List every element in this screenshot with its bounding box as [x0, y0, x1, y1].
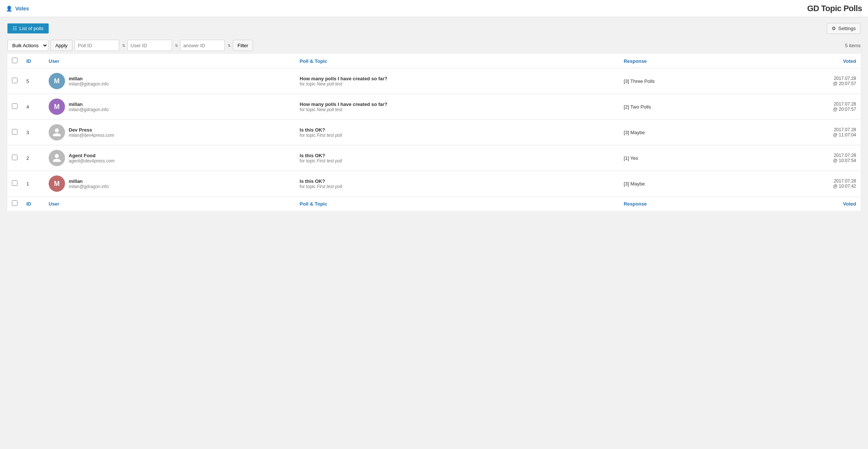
footer-user[interactable]: User [44, 197, 295, 211]
avatar: M [49, 175, 65, 192]
table-row: 4 M millan milan@gdragon.info How many p… [7, 94, 861, 120]
poll-question: How many polls I have created so far? [300, 76, 615, 81]
cell-voted: 2017.07.28@ 20:07:57 [753, 68, 861, 94]
cell-response: [3] Maybe [619, 120, 753, 145]
footer-voted[interactable]: Voted [753, 197, 861, 211]
cell-poll-topic: Is this OK? for topic First test poll [295, 145, 619, 171]
row-checkbox[interactable] [12, 180, 17, 186]
row-checkbox[interactable] [12, 129, 17, 135]
header-id[interactable]: ID [22, 54, 44, 68]
footer-checkbox-cell [7, 197, 22, 211]
user-email: milan@gdragon.info [69, 107, 109, 112]
top-bar: 👤 Votes GD Topic Polls [0, 0, 868, 17]
avatar-placeholder [49, 150, 65, 166]
poll-question: Is this OK? [300, 178, 615, 184]
gear-icon: ⚙ [832, 26, 836, 31]
toolbar-left: Bulk Actions Apply ⇅ ⇅ ⇅ Filter [7, 40, 253, 51]
poll-for: for topic New poll test [300, 81, 615, 87]
user-info: millan milan@gdragon.info [69, 178, 109, 189]
row-checkbox[interactable] [12, 103, 17, 109]
user-email: agent@dev4press.com [69, 158, 115, 164]
cell-voted: 2017.07.28@ 20:07:57 [753, 94, 861, 120]
answer-id-sort-icon: ⇅ [228, 43, 231, 48]
cell-user: Agent Food agent@dev4press.com [44, 145, 295, 171]
user-info: Agent Food agent@dev4press.com [69, 153, 115, 164]
cell-response: [3] Three Polls [619, 68, 753, 94]
votes-icon: 👤 [6, 6, 12, 12]
cell-user: M millan milan@gdragon.info [44, 171, 295, 197]
votes-table: ID User Poll & Topic Response Voted 5 M … [7, 54, 861, 211]
cell-poll-topic: How many polls I have created so far? fo… [295, 68, 619, 94]
settings-button[interactable]: ⚙ Settings [827, 23, 861, 34]
user-email: milan@gdragon.info [69, 81, 109, 87]
user-name: Agent Food [69, 153, 115, 158]
poll-for: for topic First test poll [300, 133, 615, 138]
cell-poll-topic: Is this OK? for topic First test poll [295, 171, 619, 197]
list-of-polls-button[interactable]: ☷ List of polls [7, 23, 49, 33]
list-icon: ☷ [13, 26, 17, 31]
poll-for: for topic First test poll [300, 158, 615, 164]
avatar: M [49, 73, 65, 89]
cell-response: [2] Two Polls [619, 94, 753, 120]
apply-button[interactable]: Apply [51, 40, 72, 51]
footer-poll-topic[interactable]: Poll & Topic [295, 197, 619, 211]
user-name: millan [69, 76, 109, 81]
items-count: 5 items [845, 43, 861, 48]
user-info: Dev Press milan@dev4press.com [69, 127, 114, 138]
poll-for: for topic New poll test [300, 107, 615, 112]
page-content: ☷ List of polls ⚙ Settings Bulk Actions … [0, 17, 868, 217]
table-row: 5 M millan milan@gdragon.info How many p… [7, 68, 861, 94]
header-checkbox-cell [7, 54, 22, 68]
toolbar: Bulk Actions Apply ⇅ ⇅ ⇅ Filter 5 items [7, 40, 861, 51]
user-id-input[interactable] [127, 40, 172, 51]
cell-user: M millan milan@gdragon.info [44, 94, 295, 120]
cell-poll-topic: Is this OK? for topic First test poll [295, 120, 619, 145]
person-icon [52, 127, 62, 137]
settings-label: Settings [838, 26, 856, 31]
select-all-footer-checkbox[interactable] [12, 200, 17, 206]
bulk-actions-select[interactable]: Bulk Actions [7, 40, 48, 51]
table-row: 1 M millan milan@gdragon.info Is this OK… [7, 171, 861, 197]
cell-voted: 2017.07.28@ 10:07:54 [753, 145, 861, 171]
cell-response: [3] Maybe [619, 171, 753, 197]
footer-response[interactable]: Response [619, 197, 753, 211]
poll-for: for topic First test poll [300, 184, 615, 189]
cell-id: 1 [22, 171, 44, 197]
user-id-sort-icon: ⇅ [175, 43, 178, 48]
person-icon [52, 153, 62, 163]
poll-id-input[interactable] [75, 40, 119, 51]
user-info: millan milan@gdragon.info [69, 76, 109, 87]
user-email: milan@dev4press.com [69, 133, 114, 138]
table-footer-row: ID User Poll & Topic Response Voted [7, 197, 861, 211]
select-all-checkbox[interactable] [12, 58, 17, 63]
user-name: millan [69, 101, 109, 107]
footer-id[interactable]: ID [22, 197, 44, 211]
table-header-row: ID User Poll & Topic Response Voted [7, 54, 861, 68]
table-row: 3 Dev Press milan@dev4press.com Is this … [7, 120, 861, 145]
cell-voted: 2017.07.28@ 10:07:42 [753, 171, 861, 197]
poll-id-sort-icon: ⇅ [122, 43, 125, 48]
user-email: milan@gdragon.info [69, 184, 109, 189]
user-name: Dev Press [69, 127, 114, 133]
header-response[interactable]: Response [619, 54, 753, 68]
answer-id-input[interactable] [180, 40, 225, 51]
poll-question: Is this OK? [300, 127, 615, 133]
cell-id: 5 [22, 68, 44, 94]
cell-response: [1] Yes [619, 145, 753, 171]
row-checkbox[interactable] [12, 155, 17, 160]
cell-id: 2 [22, 145, 44, 171]
list-of-polls-label: List of polls [19, 26, 43, 31]
header-voted[interactable]: Voted [753, 54, 861, 68]
table-row: 2 Agent Food agent@dev4press.com Is this… [7, 145, 861, 171]
header-poll-topic[interactable]: Poll & Topic [295, 54, 619, 68]
row-checkbox[interactable] [12, 78, 17, 83]
page-header: ☷ List of polls ⚙ Settings [7, 23, 861, 34]
cell-voted: 2017.07.28@ 11:07:04 [753, 120, 861, 145]
filter-button[interactable]: Filter [233, 40, 253, 51]
header-user[interactable]: User [44, 54, 295, 68]
cell-id: 4 [22, 94, 44, 120]
cell-user: Dev Press milan@dev4press.com [44, 120, 295, 145]
app-menu-item[interactable]: 👤 Votes [6, 6, 29, 12]
poll-question: How many polls I have created so far? [300, 101, 615, 107]
user-info: millan milan@gdragon.info [69, 101, 109, 112]
